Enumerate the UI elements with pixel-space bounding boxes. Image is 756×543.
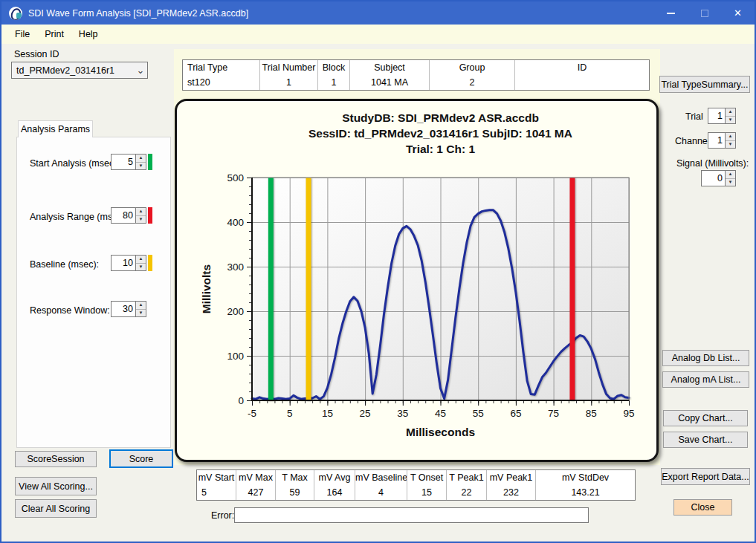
session-id-dropdown[interactable]: td_PRMdev2_031416r1 ⌄	[11, 62, 148, 79]
minimize-icon	[667, 13, 675, 14]
stats-header: T Onset	[407, 470, 447, 485]
score-session-button[interactable]: ScoreSession	[15, 451, 97, 467]
stats-cell: 15	[407, 485, 447, 500]
menu-help[interactable]: Help	[71, 29, 106, 39]
svg-text:5: 5	[287, 408, 293, 419]
chart-title-line2: SessID: td_PRMdev2_031416r1 SubjID: 1041…	[252, 126, 629, 141]
stats-cell: 164	[314, 485, 355, 500]
trial-info-table: Trial Type Trial Number Block Subject Gr…	[182, 59, 650, 91]
trial-table-cell: st120	[183, 75, 260, 90]
stats-cell: 5	[197, 485, 236, 500]
score-button[interactable]: Score	[109, 449, 173, 468]
session-id-value: td_PRMdev2_031416r1	[12, 65, 134, 76]
trial-table-header: Group	[430, 60, 515, 75]
menu-bar: File Print Help	[1, 25, 755, 44]
trial-stepper: ▲▼	[708, 108, 736, 124]
tab-analysis-params[interactable]: Analysis Params	[18, 120, 93, 137]
start-analysis-stepper: ▲▼	[111, 154, 152, 170]
start-analysis-marker	[268, 178, 274, 400]
trial-table-cell: 1	[318, 75, 350, 90]
app-logo-icon	[9, 7, 22, 20]
menu-file[interactable]: File	[7, 29, 37, 39]
analysis-params-page	[16, 137, 171, 448]
spinner-down-icon[interactable]: ▼	[726, 141, 735, 149]
svg-text:35: 35	[397, 408, 408, 419]
stats-cell: 4	[355, 485, 407, 500]
response-window-input[interactable]	[111, 301, 135, 317]
baseline-marker	[306, 178, 311, 400]
signal-input[interactable]	[701, 170, 725, 186]
svg-text:15: 15	[322, 408, 333, 419]
baseline-label: Baseline (msec):	[30, 259, 99, 270]
spinner-up-icon[interactable]: ▲	[136, 256, 146, 264]
svg-text:300: 300	[227, 261, 244, 273]
trial-type-summary-button[interactable]: Trial TypeSummary...	[659, 76, 750, 93]
spinner-up-icon[interactable]: ▲	[136, 155, 146, 163]
title-bar: SDI Wave Form Analysis [SDI_PRMdev2 ASR.…	[1, 1, 755, 25]
trial-table-cell: 1	[260, 75, 318, 90]
waveform-chart: -551525354555657585950100200300400500Mil…	[185, 174, 646, 441]
svg-text:25: 25	[360, 408, 371, 419]
stats-header: mV Baseline	[355, 470, 407, 485]
spinner-up-icon[interactable]: ▲	[726, 133, 735, 141]
close-window-button[interactable]: ✕	[721, 1, 755, 25]
session-id-label: Session ID	[14, 49, 59, 59]
svg-text:500: 500	[227, 174, 244, 183]
analog-ma-list-button[interactable]: Analog mA List...	[662, 371, 749, 388]
baseline-input[interactable]	[111, 255, 135, 271]
save-chart-button[interactable]: Save Chart...	[663, 432, 748, 448]
analysis-range-colorbar	[148, 207, 152, 224]
export-report-data-button[interactable]: Export Report Data...	[661, 468, 750, 485]
stats-cell: 232	[487, 485, 536, 500]
stats-cell: 22	[447, 485, 487, 500]
error-field[interactable]	[234, 507, 589, 523]
minimize-button[interactable]	[654, 1, 688, 25]
spinner-up-icon[interactable]: ▲	[726, 171, 735, 179]
stats-cell: 427	[236, 485, 276, 500]
spinner-down-icon[interactable]: ▼	[136, 163, 146, 170]
stats-cell: 59	[276, 485, 314, 500]
stats-header: mV Start	[197, 470, 236, 485]
spinner-down-icon[interactable]: ▼	[726, 117, 735, 124]
stats-header: mV Peak1	[487, 470, 536, 485]
app-window: SDI Wave Form Analysis [SDI_PRMdev2 ASR.…	[0, 0, 756, 543]
spinner-down-icon[interactable]: ▼	[136, 216, 146, 224]
svg-text:55: 55	[473, 408, 484, 419]
channel-input[interactable]	[708, 132, 725, 149]
maximize-button[interactable]	[688, 1, 721, 25]
start-analysis-input[interactable]	[111, 154, 135, 170]
view-all-scoring-button[interactable]: View All Scoring...	[15, 477, 97, 495]
spinner-up-icon[interactable]: ▲	[726, 108, 735, 117]
svg-text:95: 95	[623, 408, 634, 419]
analog-db-list-button[interactable]: Analog Db List...	[662, 350, 749, 366]
trial-input[interactable]	[708, 108, 725, 124]
menu-print[interactable]: Print	[37, 29, 71, 39]
analysis-range-input[interactable]	[111, 207, 135, 224]
spinner-down-icon[interactable]: ▼	[726, 179, 735, 186]
chart-title-line3: Trial: 1 Ch: 1	[252, 141, 629, 157]
chart-title-line1: StudyDB: SDI_PRMdev2 ASR.accdb	[252, 110, 629, 126]
trial-table-header: Trial Type	[183, 60, 260, 75]
trial-table-header: Trial Number	[260, 60, 318, 75]
stats-header: mV Max	[236, 470, 276, 485]
copy-chart-button[interactable]: Copy Chart...	[663, 410, 748, 426]
window-title: SDI Wave Form Analysis [SDI_PRMdev2 ASR.…	[28, 8, 248, 19]
svg-text:65: 65	[510, 408, 521, 419]
svg-text:75: 75	[548, 408, 559, 419]
maximize-icon	[701, 10, 708, 17]
response-window-label: Response Window:	[30, 305, 110, 316]
baseline-colorbar	[148, 255, 152, 271]
response-window-stepper: ▲▼	[111, 301, 146, 317]
spinner-down-icon[interactable]: ▼	[136, 264, 146, 271]
trial-label: Trial	[685, 111, 703, 122]
trial-table-header: Block	[318, 60, 350, 75]
svg-text:400: 400	[227, 217, 244, 228]
trial-table-cell: 1041 MA	[350, 75, 430, 90]
spinner-up-icon[interactable]: ▲	[136, 302, 146, 310]
close-button[interactable]: Close	[673, 499, 732, 516]
clear-all-scoring-button[interactable]: Clear All Scoring	[15, 499, 97, 518]
spinner-down-icon[interactable]: ▼	[136, 310, 146, 317]
chevron-down-icon: ⌄	[134, 62, 147, 78]
svg-text:-5: -5	[248, 408, 256, 419]
spinner-up-icon[interactable]: ▲	[136, 208, 146, 216]
